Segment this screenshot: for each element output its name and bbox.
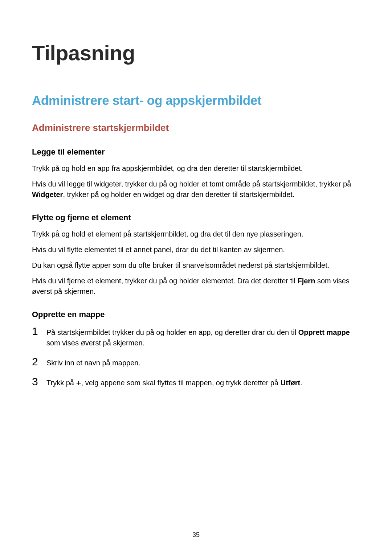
- paragraph: Hvis du vil fjerne et element, trykker d…: [32, 276, 360, 297]
- list-item: 1 På startskjermbildet trykker du på og …: [32, 326, 360, 348]
- text-run: som vises øverst på skjermen.: [46, 339, 144, 347]
- section-move-remove: Flytte og fjerne et element Trykk på og …: [32, 213, 360, 297]
- bold-text: Utført: [281, 379, 300, 387]
- bold-text: Widgeter: [32, 190, 63, 198]
- section-create-folder: Opprette en mappe 1 På startskjermbildet…: [32, 310, 360, 388]
- section-heading-h2: Administrere start- og appskjermbildet: [32, 93, 360, 108]
- bold-text: Fjern: [297, 277, 315, 285]
- subheading-add: Legge til elementer: [32, 147, 360, 157]
- list-number: 1: [32, 326, 46, 337]
- text-run: Trykk på: [46, 379, 76, 387]
- list-item: 2 Skriv inn et navn på mappen.: [32, 356, 360, 368]
- text-run: På startskjermbildet trykker du på og ho…: [46, 328, 298, 336]
- text-run: , trykker på og holder en widget og drar…: [63, 190, 294, 198]
- text-run: .: [300, 379, 302, 387]
- text-run: Skriv inn et navn på mappen.: [46, 359, 140, 367]
- section-heading-h3: Administrere startskjermbildet: [32, 122, 360, 134]
- text-run: Hvis du vil fjerne et element, trykker d…: [32, 277, 297, 285]
- list-number: 3: [32, 376, 46, 387]
- numbered-list: 1 På startskjermbildet trykker du på og …: [32, 326, 360, 388]
- subheading-folder: Opprette en mappe: [32, 310, 360, 319]
- text-run: Hvis du vil legge til widgeter, trykker …: [32, 180, 351, 188]
- text-run: , velg appene som skal flyttes til mappe…: [81, 379, 281, 387]
- subheading-move: Flytte og fjerne et element: [32, 213, 360, 222]
- paragraph: Hvis du vil flytte elementet til et anne…: [32, 245, 360, 255]
- document-page: Tilpasning Administrere start- og appskj…: [0, 0, 392, 554]
- paragraph: Trykk på og hold en app fra appskjermbil…: [32, 163, 360, 174]
- paragraph: Du kan også flytte apper som du ofte bru…: [32, 260, 360, 271]
- section-add-elements: Legge til elementer Trykk på og hold en …: [32, 147, 360, 200]
- page-number: 35: [0, 531, 392, 539]
- list-body: På startskjermbildet trykker du på og ho…: [46, 326, 360, 348]
- list-body: Trykk på +, velg appene som skal flyttes…: [46, 376, 302, 388]
- page-title: Tilpasning: [32, 41, 360, 65]
- list-item: 3 Trykk på +, velg appene som skal flytt…: [32, 376, 360, 388]
- bold-text: Opprett mappe: [298, 328, 350, 336]
- list-body: Skriv inn et navn på mappen.: [46, 356, 140, 368]
- paragraph: Hvis du vil legge til widgeter, trykker …: [32, 179, 360, 200]
- list-number: 2: [32, 356, 46, 367]
- paragraph: Trykk på og hold et element på startskje…: [32, 229, 360, 239]
